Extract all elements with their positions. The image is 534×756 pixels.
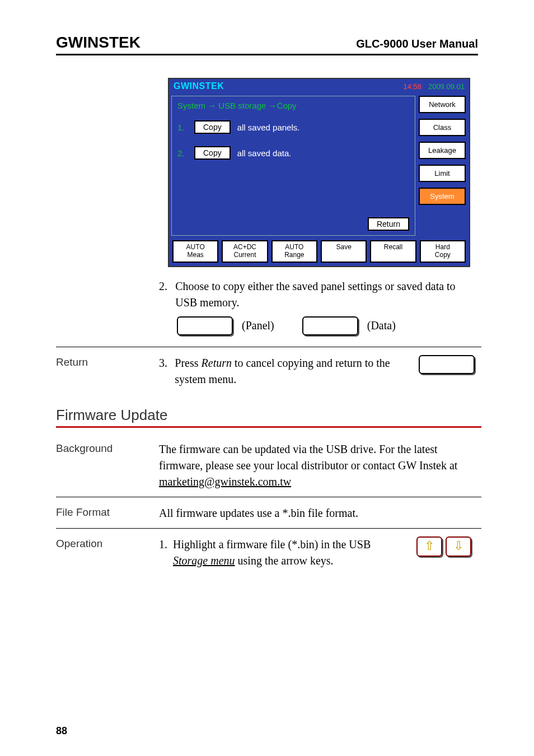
device-time: 14:58 (403, 82, 421, 91)
brand-logo: GWINSTEK (56, 34, 140, 52)
copy-data-button[interactable]: Copy (194, 146, 231, 160)
return-key[interactable] (419, 355, 475, 374)
step2-num: 2. (159, 278, 170, 311)
device-date: 2009.09.01 (428, 82, 465, 91)
device-return-button[interactable]: Return (368, 217, 409, 231)
bottom-acdc[interactable]: AC+DCCurrent (222, 240, 268, 263)
background-label: Background (56, 441, 146, 490)
step3-num: 3. (159, 355, 169, 388)
row-text-2: all saved data. (237, 148, 292, 158)
data-copy-key[interactable] (302, 316, 358, 335)
storage-menu-link: Storage menu (173, 554, 235, 567)
side-limit[interactable]: Limit (419, 165, 466, 182)
page-number: 88 (56, 725, 67, 737)
bottom-auto-meas[interactable]: AUTOMeas (172, 240, 218, 263)
background-text: The firmware can be updated via the USB … (159, 441, 478, 490)
return-label: Return (56, 355, 146, 388)
operation-label: Operation (56, 536, 146, 569)
side-network[interactable]: Network (419, 96, 466, 113)
copy-panels-button[interactable]: Copy (194, 120, 231, 134)
device-breadcrumb: System → USB storage →Copy (177, 101, 409, 110)
op-step1-num: 1. (159, 536, 167, 569)
contact-email: marketing@gwinstek.com.tw (159, 475, 291, 488)
file-format-text: All firmware updates use a *.bin file fo… (159, 505, 478, 521)
arrow-up-key[interactable]: ⇧ (416, 536, 442, 557)
bottom-auto-range[interactable]: AUTORange (271, 240, 317, 263)
manual-title: GLC-9000 User Manual (356, 38, 478, 50)
firmware-update-heading: Firmware Update (56, 407, 478, 424)
device-logo: GWINSTEK (174, 81, 224, 91)
row-text-1: all saved panels. (237, 123, 300, 132)
step3-text: Press Return to cancel copying and retur… (175, 355, 407, 388)
bottom-save[interactable]: Save (321, 240, 367, 263)
row-num-1: 1. (177, 123, 188, 132)
panel-label: (Panel) (242, 318, 274, 334)
row-num-2: 2. (177, 148, 188, 158)
side-class[interactable]: Class (419, 119, 466, 136)
side-leakage[interactable]: Leakage (419, 142, 466, 159)
panel-copy-key[interactable] (177, 316, 233, 335)
arrow-down-key[interactable]: ⇩ (446, 536, 471, 557)
data-label: (Data) (367, 318, 396, 334)
side-system[interactable]: System (419, 188, 466, 205)
bottom-hardcopy[interactable]: HardCopy (420, 240, 466, 263)
section-divider (56, 426, 481, 428)
device-screenshot: GWINSTEK 14:58 2009.09.01 System → USB s… (168, 78, 470, 267)
bottom-recall[interactable]: Recall (370, 240, 416, 263)
step2-text: Choose to copy either the saved panel se… (175, 278, 478, 311)
op-step1-text: Highlight a firmware file (*.bin) in the… (173, 536, 405, 569)
file-format-label: File Format (56, 505, 146, 521)
